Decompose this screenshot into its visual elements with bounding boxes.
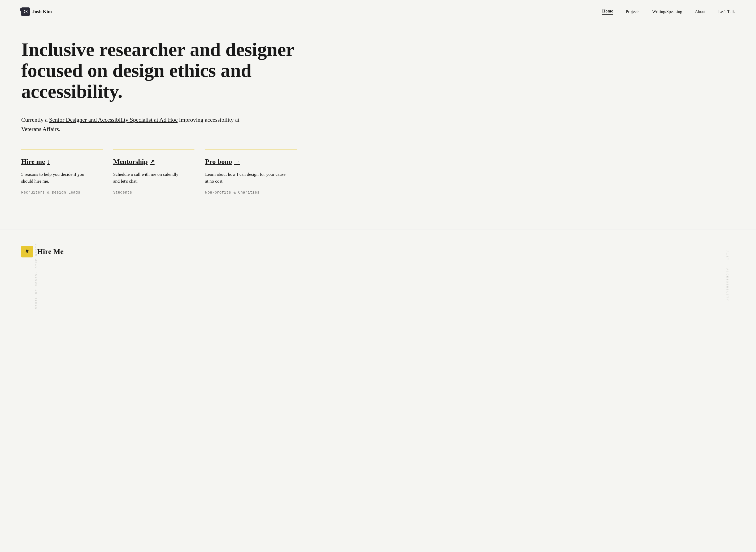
card-hire-me-title[interactable]: Hire me ↓	[21, 158, 92, 166]
nav-home[interactable]: Home	[602, 9, 613, 15]
nav-about[interactable]: About	[695, 9, 706, 14]
card-pro-bono-audience: Non-profits & Charities	[205, 190, 286, 194]
subtitle-prefix: Currently a	[21, 116, 49, 123]
logo-name: Josh Kim	[32, 9, 52, 15]
card-pro-bono-description: Learn about how I can design for your ca…	[205, 171, 286, 185]
subtitle-link[interactable]: Senior Designer and Accessibility Specia…	[49, 116, 178, 123]
main-nav: Home Projects Writing/Speaking About Let…	[602, 9, 735, 15]
logo-link[interactable]: JK Josh Kim	[21, 7, 52, 16]
hire-me-badge: #	[21, 246, 33, 257]
card-pro-bono-label: Pro bono	[205, 158, 232, 166]
card-pro-bono-arrow: →	[234, 158, 240, 165]
card-hire-me-label: Hire me	[21, 158, 45, 166]
side-text-left: NIHIL DE NOBIS. SINE NOBIS	[35, 243, 38, 309]
card-hire-me: Hire me ↓ 5 reasons to help you decide i…	[21, 150, 103, 203]
hero-subtitle: Currently a Senior Designer and Accessib…	[21, 115, 249, 134]
card-pro-bono: Pro bono → Learn about how I can design …	[205, 150, 297, 203]
card-mentorship-title[interactable]: Mentorship ↗	[113, 158, 184, 166]
card-hire-me-audience: Recruiters & Design Leads	[21, 190, 92, 194]
cards-section: Hire me ↓ 5 reasons to help you decide i…	[21, 150, 297, 203]
site-header: JK Josh Kim Home Projects Writing/Speaki…	[0, 0, 756, 23]
card-pro-bono-title[interactable]: Pro bono →	[205, 158, 286, 166]
main-content: Inclusive researcher and designer focuse…	[0, 23, 318, 224]
hire-me-section-title: Hire Me	[37, 247, 64, 256]
card-mentorship-description: Schedule a call with me on calendly and …	[113, 171, 184, 185]
nav-lets-talk[interactable]: Let's Talk	[718, 9, 735, 14]
card-mentorship-label: Mentorship	[113, 158, 148, 166]
card-hire-me-arrow: ↓	[47, 158, 50, 165]
card-hire-me-description: 5 reasons to help you decide if you shou…	[21, 171, 92, 185]
side-text-right: A11Y = ACCESSIBILITY	[726, 251, 729, 301]
card-mentorship-arrow: ↗	[150, 158, 155, 165]
bottom-section: # Hire Me	[0, 230, 756, 273]
hero-title: Inclusive researcher and designer focuse…	[21, 39, 297, 102]
logo-icon: JK	[21, 7, 30, 16]
card-mentorship: Mentorship ↗ Schedule a call with me on …	[113, 150, 195, 203]
nav-projects[interactable]: Projects	[626, 9, 640, 14]
hire-me-section: # Hire Me	[21, 246, 735, 257]
card-mentorship-audience: Students	[113, 190, 184, 194]
nav-writing-speaking[interactable]: Writing/Speaking	[652, 9, 682, 14]
